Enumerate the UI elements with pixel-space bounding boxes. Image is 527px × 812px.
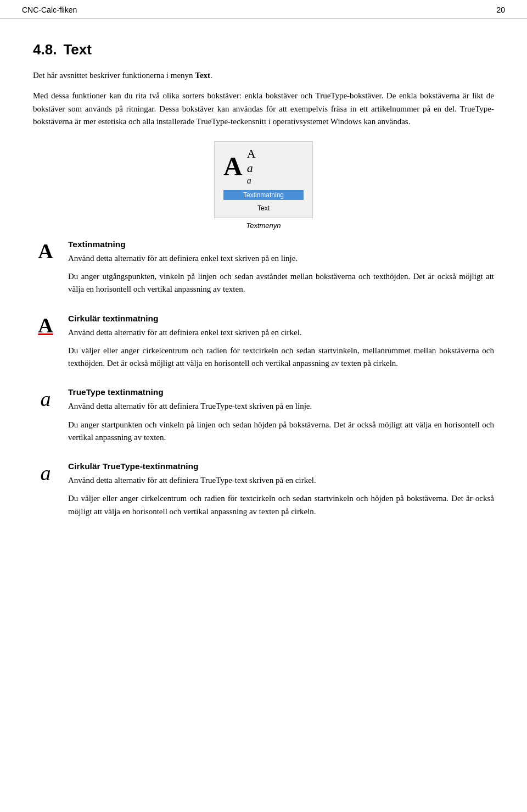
section-content-cirkulär-truetype: Cirkulär TrueType-textinmatning Använd d… [68, 461, 494, 524]
section-icon-cirkulär-truetype: a [33, 461, 58, 483]
section-cirkulär-textinmatning: A Cirkulär textinmatning Använd detta al… [33, 314, 494, 376]
section-icon-truetype: a [33, 387, 58, 409]
menu-icon-A-small: A [247, 147, 256, 160]
icon-A-underline: A [38, 315, 53, 336]
section-content-textinmatning: Textinmatning Använd detta alternativ fö… [68, 240, 494, 302]
section-heading-truetype: TrueType textinmatning [68, 387, 494, 397]
section-content-cirkulär: Cirkulär textinmatning Använd detta alte… [68, 314, 494, 376]
icon-a-small: a [41, 388, 51, 409]
menu-icon-a-italic-small: a [247, 176, 251, 186]
menu-label-text: Text [257, 204, 270, 212]
page-header: CNC-Calc-fliken 20 [0, 0, 527, 19]
chapter-title: Text [63, 41, 92, 58]
menu-icon-big-A: A [223, 153, 243, 180]
section-para-textinmatning-1: Använd detta alternativ för att definier… [68, 252, 494, 265]
section-heading-textinmatning: Textinmatning [68, 240, 494, 249]
menu-image-container: A A a a Textinmatning Text Textmenyn [33, 141, 494, 230]
header-right: 20 [496, 5, 505, 14]
chapter-number: 4.8. [33, 41, 57, 58]
section-para-truetype-1: Använd detta alternativ för att definier… [68, 400, 494, 413]
menu-icon-a-italic: a [247, 162, 253, 175]
chapter-heading: 4.8. Text [33, 41, 494, 58]
icon-A-plain: A [38, 241, 53, 262]
icon-a-small-circle: a [41, 463, 51, 483]
section-para-truetype-2: Du anger startpunkten och vinkeln på lin… [68, 419, 494, 444]
menu-icon-row: A A a a [223, 147, 304, 186]
section-para-textinmatning-2: Du anger utgångspunkten, vinkeln på linj… [68, 270, 494, 296]
section-cirkulär-truetype: a Cirkulär TrueType-textinmatning Använd… [33, 461, 494, 524]
page-content: 4.8. Text Det här avsnittet beskriver fu… [0, 19, 527, 558]
section-para-cirkulär-truetype-1: Använd detta alternativ för att definier… [68, 474, 494, 487]
section-para-cirkulär-1: Använd detta alternativ för att definier… [68, 326, 494, 339]
menu-caption: Textmenyn [246, 221, 281, 230]
intro-paragraph-1: Det här avsnittet beskriver funktionerna… [33, 69, 494, 82]
intro-paragraph-2: Med dessa funktioner kan du rita två oli… [33, 90, 494, 128]
header-left: CNC-Calc-fliken [22, 5, 77, 14]
menu-icons-small: A a a [247, 147, 256, 186]
section-truetype-textinmatning: a TrueType textinmatning Använd detta al… [33, 387, 494, 449]
section-para-cirkulär-truetype-2: Du väljer eller anger cirkelcentrum och … [68, 492, 494, 518]
section-heading-cirkulär-truetype: Cirkulär TrueType-textinmatning [68, 461, 494, 471]
menu-label-bar: Textinmatning [223, 190, 304, 200]
section-icon-cirkulär: A [33, 314, 58, 336]
section-icon-textinmatning: A [33, 240, 58, 262]
menu-image: A A a a Textinmatning Text [214, 141, 313, 218]
section-textinmatning: A Textinmatning Använd detta alternativ … [33, 240, 494, 302]
section-para-cirkulär-2: Du väljer eller anger cirkelcentrum och … [68, 344, 494, 370]
section-content-truetype: TrueType textinmatning Använd detta alte… [68, 387, 494, 449]
section-heading-cirkulär: Cirkulär textinmatning [68, 314, 494, 324]
